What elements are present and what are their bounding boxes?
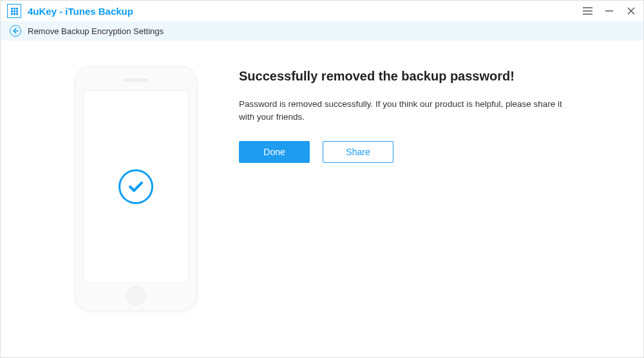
titlebar: 4uKey - iTunes Backup <box>1 1 643 21</box>
success-heading: Successfully removed the backup password… <box>239 69 592 84</box>
back-button[interactable] <box>10 25 21 37</box>
text-area: Successfully removed the backup password… <box>207 66 592 311</box>
content: Successfully removed the backup password… <box>1 41 643 337</box>
action-buttons: Done Share <box>239 141 592 163</box>
menu-icon[interactable] <box>582 5 593 17</box>
arrow-left-icon <box>12 28 19 34</box>
app-logo-icon <box>7 4 21 18</box>
subheader: Remove Backup Encryption Settings <box>1 21 643 41</box>
phone-icon <box>75 66 197 311</box>
subheader-title: Remove Backup Encryption Settings <box>28 26 164 36</box>
window-controls <box>582 5 637 17</box>
phone-illustration <box>65 66 207 311</box>
share-button[interactable]: Share <box>323 141 393 163</box>
done-button[interactable]: Done <box>239 141 310 163</box>
close-icon[interactable] <box>625 5 637 17</box>
minimize-icon[interactable] <box>603 5 615 17</box>
app-title: 4uKey - iTunes Backup <box>28 6 133 17</box>
checkmark-circle-icon <box>118 169 153 204</box>
success-description: Password is removed successfully. If you… <box>239 98 574 124</box>
